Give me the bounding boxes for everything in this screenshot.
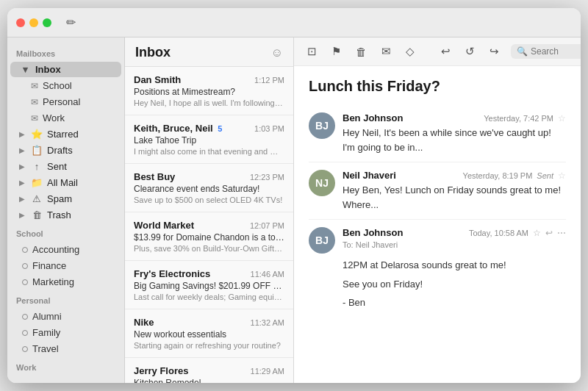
reply-msg-icon[interactable]: ↩ xyxy=(545,228,553,238)
star-icon-0[interactable]: ☆ xyxy=(558,113,566,123)
star-icon-2[interactable]: ☆ xyxy=(533,228,541,238)
sidebar-item-accounting[interactable]: Accounting xyxy=(10,242,121,257)
sidebar-item-starred[interactable]: ▶ ⭐ Starred xyxy=(10,126,121,142)
filter-icon[interactable]: ☺ xyxy=(271,46,283,60)
sidebar-item-marketing[interactable]: Marketing xyxy=(10,274,121,290)
all-mail-chevron: ▶ xyxy=(19,179,25,187)
sidebar-item-personal[interactable]: ✉ Personal xyxy=(10,94,121,110)
school-section-label: School xyxy=(7,223,124,241)
email-time-2: 12:23 PM xyxy=(250,173,284,182)
message-item-2: BJ Ben Johnson Today, 10:58 AM ☆ ↩ ⋯ xyxy=(309,220,566,322)
travel-dot xyxy=(22,346,28,352)
email-item-3[interactable]: World Market 12:07 PM $13.99 for Domaine… xyxy=(125,212,293,261)
message-right-1: Neil Jhaveri Yesterday, 8:19 PM Sent ☆ H… xyxy=(343,170,566,212)
sidebar-item-drafts[interactable]: ▶ 📋 Drafts xyxy=(10,143,121,158)
email-sender-3: World Market xyxy=(134,220,194,231)
email-preview-0: Hey Neil, I hope all is well. I'm follow… xyxy=(134,98,284,107)
spam-icon: ⚠ xyxy=(31,193,43,204)
email-preview-5: Starting again or refreshing your routin… xyxy=(134,341,284,350)
message-sender-2: Ben Johnson xyxy=(343,227,403,238)
sidebar-item-family[interactable]: Family xyxy=(10,325,121,340)
tag-icon[interactable]: ◇ xyxy=(403,43,417,60)
maximize-button[interactable] xyxy=(43,18,51,27)
email-subject-4: Big Gaming Savings! $201.99 OFF NVI... xyxy=(134,281,284,291)
main-window: ✏ Mailboxes ▾ Inbox ✉ School ✉ Personal … xyxy=(7,8,581,383)
message-body-2: 12PM at Delarosa sounds great to me! See… xyxy=(343,252,566,310)
starred-chevron: ▶ xyxy=(19,130,25,138)
email-sender-0: Dan Smith xyxy=(134,74,181,85)
email-subject-5: New workout essentials xyxy=(134,329,284,340)
sidebar-item-finance[interactable]: Finance xyxy=(10,258,121,273)
sidebar-item-alumni[interactable]: Alumni xyxy=(10,309,121,324)
spam-label: Spam xyxy=(47,193,72,204)
email-subject-3: $13.99 for Domaine Chandon is a toas... xyxy=(134,232,284,243)
sidebar-item-work[interactable]: ✉ Work xyxy=(10,110,121,126)
personal-label: Personal xyxy=(43,96,80,107)
sent-chevron: ▶ xyxy=(19,162,25,171)
email-list: Inbox ☺ Dan Smith 1:12 PM Positions at M… xyxy=(125,37,294,383)
email-sender-1: Keith, Bruce, Neil 5 xyxy=(134,123,222,134)
email-item-4[interactable]: Fry's Electronics 11:46 AM Big Gaming Sa… xyxy=(125,261,293,309)
email-item-6[interactable]: Jerry Flores 11:29 AM Kitchen Remodel Ne… xyxy=(125,358,293,383)
traffic-lights xyxy=(16,18,51,27)
sidebar-item-spam[interactable]: ▶ ⚠ Spam xyxy=(10,191,121,207)
reply-icon[interactable]: ↩ xyxy=(438,43,453,60)
message-to-2: To: Neil Jhaveri xyxy=(343,240,566,249)
family-dot xyxy=(22,330,28,336)
trash-icon[interactable]: 🗑 xyxy=(353,44,370,60)
email-sender-4: Fry's Electronics xyxy=(134,268,210,279)
email-subject-0: Positions at Mimestream? xyxy=(134,87,284,97)
sidebar-item-trash[interactable]: ▶ 🗑 Trash xyxy=(10,207,121,223)
email-item-2[interactable]: Best Buy 12:23 PM Clearance event ends S… xyxy=(125,164,293,212)
sidebar-item-sent[interactable]: ▶ ↑ Sent xyxy=(10,159,121,174)
sent-badge-1: Sent xyxy=(537,171,553,180)
school-label: School xyxy=(43,80,72,91)
message-meta-1: Yesterday, 8:19 PM Sent ☆ xyxy=(463,171,566,181)
star-icon-1[interactable]: ☆ xyxy=(558,171,566,181)
minimize-button[interactable] xyxy=(29,18,38,27)
drafts-chevron: ▶ xyxy=(19,146,25,154)
message-header-1: Neil Jhaveri Yesterday, 8:19 PM Sent ☆ xyxy=(343,170,566,181)
trash-label: Trash xyxy=(47,209,71,220)
close-button[interactable] xyxy=(16,18,25,27)
archive-icon[interactable]: ⊡ xyxy=(304,43,320,60)
message-meta-2: Today, 10:58 AM ☆ ↩ ⋯ xyxy=(469,228,566,238)
all-mail-icon: 📁 xyxy=(31,177,43,188)
finance-dot xyxy=(22,263,28,269)
email-item-0[interactable]: Dan Smith 1:12 PM Positions at Mimestrea… xyxy=(125,67,293,115)
mail-icon[interactable]: ✉ xyxy=(379,43,394,60)
message-header-0: Ben Johnson Yesterday, 7:42 PM ☆ xyxy=(343,112,566,123)
avatar-1: NJ xyxy=(309,170,335,196)
forward-icon[interactable]: ↪ xyxy=(487,43,502,60)
main-content: Mailboxes ▾ Inbox ✉ School ✉ Personal ✉ … xyxy=(7,37,581,383)
message-item-1: NJ Neil Jhaveri Yesterday, 8:19 PM Sent … xyxy=(309,162,566,220)
email-time-0: 1:12 PM xyxy=(254,76,284,85)
sidebar-item-inbox[interactable]: ▾ Inbox xyxy=(10,62,121,77)
email-item-5[interactable]: Nike 11:32 AM New workout essentials Sta… xyxy=(125,309,293,358)
search-box: 🔍 xyxy=(511,44,581,59)
search-input[interactable] xyxy=(531,46,581,57)
sidebar-item-travel[interactable]: Travel xyxy=(10,341,121,356)
sidebar-item-all-mail[interactable]: ▶ 📁 All Mail xyxy=(10,175,121,190)
message-body-1: Hey Ben, Yes! Lunch on Friday sounds gre… xyxy=(343,183,566,212)
drafts-icon: 📋 xyxy=(31,145,43,156)
email-sender-2: Best Buy xyxy=(134,171,175,182)
avatar-2: BJ xyxy=(309,227,335,254)
travel-label: Travel xyxy=(32,343,59,354)
message-time-0: Yesterday, 7:42 PM xyxy=(484,114,553,123)
message-thread: BJ Ben Johnson Yesterday, 7:42 PM ☆ Hey … xyxy=(309,105,566,322)
flag-icon[interactable]: ⚑ xyxy=(329,43,344,60)
search-icon: 🔍 xyxy=(517,46,528,57)
accounting-label: Accounting xyxy=(32,244,79,255)
email-item-1[interactable]: Keith, Bruce, Neil 5 1:03 PM Lake Tahoe … xyxy=(125,115,293,164)
marketing-dot xyxy=(22,279,28,285)
email-list-header: Inbox ☺ xyxy=(125,37,293,67)
all-mail-label: All Mail xyxy=(47,177,78,188)
sidebar: Mailboxes ▾ Inbox ✉ School ✉ Personal ✉ … xyxy=(7,37,125,383)
compose-button[interactable]: ✏ xyxy=(66,15,76,29)
more-icon[interactable]: ⋯ xyxy=(557,228,566,238)
reply-all-icon[interactable]: ↺ xyxy=(462,43,478,60)
email-subject-6: Kitchen Remodel xyxy=(134,378,284,383)
email-count-1: 5 xyxy=(218,124,222,133)
sidebar-item-school[interactable]: ✉ School xyxy=(10,78,121,93)
